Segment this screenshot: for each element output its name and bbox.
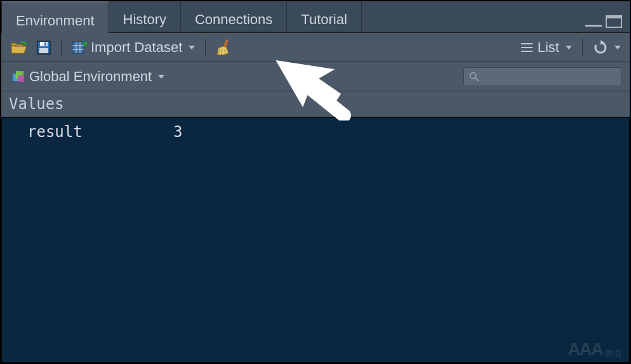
environment-scope-dropdown[interactable]: Global Environment (9, 67, 167, 86)
maximize-icon[interactable] (606, 15, 622, 28)
chevron-down-icon (614, 46, 621, 49)
chevron-down-icon (158, 75, 164, 79)
tab-label: Tutorial (301, 11, 347, 28)
environment-scope-label: Global Environment (29, 68, 152, 85)
variable-row[interactable]: result 3 (2, 118, 629, 146)
variable-name: result (27, 123, 173, 141)
tab-bar: Environment History Connections Tutorial (1, 1, 630, 33)
chevron-down-icon (566, 46, 572, 49)
values-section-header: Values (1, 91, 630, 117)
list-lines-icon (520, 42, 534, 53)
svg-rect-18 (18, 75, 24, 82)
clear-environment-button[interactable] (213, 38, 234, 57)
svg-rect-1 (40, 42, 48, 46)
view-mode-label: List (538, 39, 559, 56)
import-dataset-label: Import Dataset (91, 39, 182, 56)
search-field[interactable] (463, 67, 622, 86)
svg-line-20 (475, 77, 479, 81)
watermark-main: AAA (568, 339, 602, 360)
search-icon (469, 71, 479, 82)
tab-label: Environment (16, 13, 95, 29)
folder-open-icon (10, 41, 27, 55)
stacked-squares-icon (11, 70, 25, 84)
broom-icon (216, 39, 231, 56)
section-header-label: Values (9, 95, 64, 113)
svg-rect-2 (39, 48, 48, 53)
environment-toolbar: Import Dataset List (1, 33, 630, 62)
variable-value: 3 (173, 123, 182, 141)
tab-label: History (123, 11, 166, 28)
tab-label: Connections (195, 11, 272, 28)
svg-rect-9 (224, 39, 229, 47)
save-button[interactable] (34, 39, 53, 56)
minimize-icon[interactable] (585, 24, 602, 27)
refresh-button[interactable] (590, 39, 623, 56)
import-dataset-button[interactable]: Import Dataset (69, 38, 197, 57)
floppy-disk-icon (37, 41, 51, 55)
tab-history[interactable]: History (109, 1, 181, 32)
svg-point-19 (470, 72, 476, 78)
view-mode-dropdown[interactable]: List (517, 38, 575, 57)
refresh-icon (593, 40, 608, 55)
open-folder-button[interactable] (8, 39, 29, 56)
svg-rect-3 (44, 42, 46, 46)
chevron-down-icon (189, 46, 195, 49)
watermark-sub: 教育 (605, 348, 623, 360)
tab-tutorial[interactable]: Tutorial (287, 1, 362, 32)
tab-connections[interactable]: Connections (181, 1, 287, 32)
grid-import-icon (72, 41, 87, 54)
search-input[interactable] (483, 70, 616, 83)
environment-scope-bar: Global Environment (1, 62, 630, 91)
tab-environment[interactable]: Environment (1, 1, 109, 33)
watermark: AAA 教育 (568, 339, 623, 360)
environment-content: result 3 AAA 教育 (1, 117, 630, 363)
